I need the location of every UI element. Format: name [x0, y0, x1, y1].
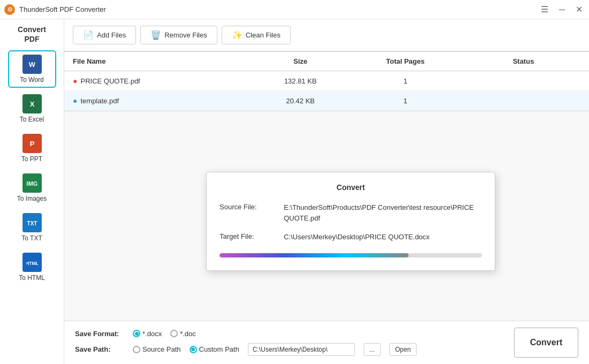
format-docx-option[interactable]: *.docx [133, 330, 162, 338]
save-path-label: Save Path: [75, 345, 129, 353]
svg-text:X: X [29, 100, 34, 108]
clean-files-label: Clean Files [246, 31, 281, 39]
dialog-source-label: Source File: [220, 202, 284, 211]
titlebar-left: ⊙ ThunderSoft PDF Converter [4, 4, 106, 15]
table-row[interactable]: ● template.pdf 20.42 KB 1 [64, 91, 589, 111]
file-table: File Name Size Total Pages Status ● PRIC… [64, 51, 589, 111]
progress-bar-fill [220, 253, 409, 257]
source-path-label: Source Path [142, 345, 181, 353]
content-inner: File Name Size Total Pages Status ● PRIC… [64, 51, 589, 364]
custom-path-label: Custom Path [199, 345, 239, 353]
table-row[interactable]: ● PRICE QUOTE.pdf 132.81 KB 1 [64, 71, 589, 91]
format-doc-label: *.doc [180, 330, 196, 338]
format-docx-label: *.docx [142, 330, 162, 338]
file-table-container: File Name Size Total Pages Status ● PRIC… [64, 51, 589, 111]
file-status [458, 91, 589, 111]
file-size: 132.81 KB [248, 71, 353, 91]
file-table-area: File Name Size Total Pages Status ● PRIC… [64, 51, 589, 321]
html-icon: HTML [22, 253, 42, 272]
path-input[interactable] [248, 343, 355, 356]
dialog-source-value: E:\ThunderSoft\Products\PDF Converter\te… [284, 202, 482, 223]
svg-text:W: W [28, 60, 35, 69]
file-pages: 1 [353, 91, 458, 111]
menu-button[interactable]: ☰ [539, 4, 550, 14]
save-format-label: Save Format: [75, 330, 129, 338]
dialog-target-row: Target File: C:\Users\Merkey\Desktop\PRI… [220, 232, 482, 242]
svg-text:TXT: TXT [27, 221, 37, 226]
sidebar-label-to-txt: To TXT [21, 234, 42, 242]
clean-files-icon: ✨ [232, 30, 243, 40]
file-status-icon: ● [73, 77, 77, 85]
dialog-title: Convert [220, 183, 482, 192]
app-title: ThunderSoft PDF Converter [19, 5, 106, 13]
file-size: 20.42 KB [248, 91, 353, 111]
format-row: Save Format: *.docx *.doc [75, 330, 503, 338]
open-button[interactable]: Open [389, 343, 417, 356]
images-icon: IMG [22, 173, 42, 193]
sidebar-item-to-html[interactable]: HTML To HTML [8, 248, 56, 286]
ppt-icon: P [22, 134, 42, 153]
txt-icon: TXT [22, 213, 42, 232]
minimize-button[interactable]: ─ [557, 4, 567, 14]
sidebar-item-to-ppt[interactable]: P To PPT [8, 130, 56, 167]
format-doc-option[interactable]: *.doc [170, 330, 196, 338]
source-path-option[interactable]: Source Path [133, 345, 181, 353]
sidebar-label-to-html: To HTML [19, 274, 45, 282]
custom-path-option[interactable]: Custom Path [190, 345, 239, 353]
dialog-target-value: C:\Users\Merkey\Desktop\PRICE QUOTE.docx [284, 232, 482, 242]
close-button[interactable]: ✕ [573, 4, 585, 14]
format-docx-radio[interactable] [133, 330, 140, 337]
remove-files-button[interactable]: 🗑️ Remove Files [140, 26, 217, 44]
remove-files-label: Remove Files [164, 31, 207, 39]
sidebar-item-to-txt[interactable]: TXT To TXT [8, 209, 56, 246]
format-radio-group: *.docx *.doc [133, 330, 196, 338]
path-row: Save Path: Source Path Custom Path [75, 343, 503, 356]
word-icon: W [22, 55, 42, 74]
col-header-pages: Total Pages [353, 52, 458, 71]
file-name-cell: ● PRICE QUOTE.pdf [64, 71, 248, 91]
svg-text:IMG: IMG [26, 180, 37, 187]
excel-icon: X [22, 94, 42, 113]
file-status-icon: ● [73, 96, 77, 105]
convert-dialog: Convert Source File: E:\ThunderSoft\Prod… [206, 172, 495, 271]
add-files-button[interactable]: 📄 Add Files [73, 26, 136, 44]
format-doc-radio[interactable] [170, 330, 178, 337]
toolbar: 📄 Add Files 🗑️ Remove Files ✨ Clean File… [64, 19, 589, 51]
titlebar-controls: ☰ ─ ✕ [539, 4, 585, 14]
sidebar-item-to-excel[interactable]: X To Excel [8, 90, 56, 127]
sidebar-header: ConvertPDF [18, 25, 46, 44]
path-radio-group: Source Path Custom Path ... Open [133, 343, 417, 356]
file-pages: 1 [353, 71, 458, 91]
progress-container [220, 253, 482, 257]
col-header-filename: File Name [64, 52, 248, 71]
clean-files-button[interactable]: ✨ Clean Files [222, 26, 291, 44]
custom-path-radio[interactable] [190, 346, 197, 353]
sidebar-label-to-ppt: To PPT [21, 155, 42, 163]
convert-button[interactable]: Convert [514, 328, 578, 358]
add-files-icon: 📄 [83, 30, 94, 40]
file-name: PRICE QUOTE.pdf [80, 77, 140, 85]
browse-button[interactable]: ... [364, 343, 381, 356]
app-logo: ⊙ [4, 4, 15, 15]
bottom-bar: Save Format: *.docx *.doc [64, 321, 589, 364]
file-status [458, 71, 589, 91]
main-layout: ConvertPDF W To Word X To Excel P To PPT… [0, 19, 589, 364]
progress-bar-bg [220, 253, 482, 257]
source-path-radio[interactable] [133, 346, 140, 353]
bottom-left: Save Format: *.docx *.doc [75, 330, 503, 356]
col-header-size: Size [248, 52, 353, 71]
file-name-cell: ● template.pdf [64, 91, 248, 111]
titlebar: ⊙ ThunderSoft PDF Converter ☰ ─ ✕ [0, 0, 589, 19]
svg-text:P: P [29, 140, 34, 148]
sidebar-label-to-word: To Word [20, 76, 43, 84]
add-files-label: Add Files [97, 31, 126, 39]
dialog-target-label: Target File: [220, 232, 284, 240]
content-area: 📄 Add Files 🗑️ Remove Files ✨ Clean File… [64, 19, 589, 364]
sidebar: ConvertPDF W To Word X To Excel P To PPT… [0, 19, 64, 364]
sidebar-label-to-excel: To Excel [20, 116, 44, 123]
col-header-status: Status [458, 52, 589, 71]
sidebar-label-to-images: To Images [17, 195, 47, 202]
dialog-source-row: Source File: E:\ThunderSoft\Products\PDF… [220, 202, 482, 223]
sidebar-item-to-images[interactable]: IMG To Images [8, 169, 56, 207]
sidebar-item-to-word[interactable]: W To Word [8, 50, 56, 88]
